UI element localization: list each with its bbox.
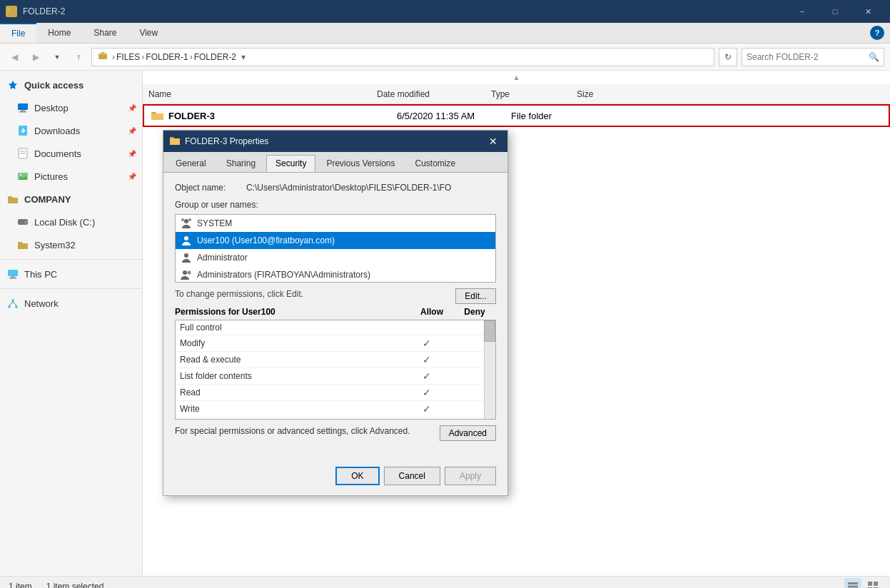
path-folder2[interactable]: FOLDER-2	[194, 52, 236, 62]
item-count: 1 item	[9, 582, 32, 589]
svg-marker-4	[9, 81, 17, 89]
perm-read-execute-check: ✓	[423, 354, 431, 365]
sidebar-item-downloads[interactable]: Downloads 📌	[0, 119, 142, 142]
search-input[interactable]	[747, 52, 869, 62]
user-row-user100[interactable]: User100 (User100@firatboyan.com)	[176, 232, 495, 249]
tab-home[interactable]: Home	[36, 23, 82, 43]
perm-modify: Modify	[180, 338, 405, 348]
svg-marker-3	[98, 51, 108, 55]
svg-point-17	[25, 221, 27, 223]
company-label: COMPANY	[24, 194, 71, 205]
dtab-previous-versions[interactable]: Previous Versions	[317, 155, 404, 172]
sidebar-item-network[interactable]: Network	[0, 292, 142, 315]
maximize-button[interactable]: □	[819, 0, 851, 23]
address-dropdown[interactable]: ▾	[236, 52, 251, 62]
permissions-table: Full control Modify ✓ Read & execute ✓ L…	[175, 320, 496, 420]
user-list[interactable]: SYSTEM User100 (User100@firatboyan.com) …	[175, 214, 496, 283]
svg-point-37	[184, 253, 188, 258]
svg-rect-19	[11, 276, 15, 278]
dtab-security[interactable]: Security	[266, 155, 315, 172]
refresh-button[interactable]: ↻	[719, 48, 737, 66]
user-row-administrator[interactable]: Administrator	[176, 249, 495, 266]
selected-count: 1 item selected	[46, 582, 104, 589]
path-home-icon	[98, 51, 108, 63]
folder3-icon	[150, 108, 164, 123]
perm-row-read: Read ✓	[176, 385, 495, 401]
window-close-button[interactable]: ✕	[851, 0, 884, 23]
svg-point-23	[15, 305, 18, 308]
col-type-header: Type	[491, 89, 577, 99]
perm-list-folder: List folder contents	[180, 371, 405, 381]
system32-label: System32	[34, 240, 76, 250]
ribbon-tabs: File Home Share View ?	[0, 23, 890, 43]
perm-list-folder-allow: ✓	[405, 370, 448, 382]
dtab-sharing[interactable]: Sharing	[217, 155, 265, 172]
advanced-button[interactable]: Advanced	[440, 425, 496, 441]
dialog-close-button[interactable]: ✕	[485, 133, 502, 150]
permissions-scrollbar[interactable]	[484, 320, 495, 419]
svg-point-22	[8, 305, 11, 308]
svg-rect-29	[868, 582, 872, 586]
sidebar-item-local-disk[interactable]: Local Disk (C:)	[0, 211, 142, 233]
dialog-content: Object name: C:\Users\Administrator\Desk…	[163, 173, 507, 461]
edit-button[interactable]: Edit...	[455, 288, 496, 304]
perm-row-read-execute: Read & execute ✓	[176, 352, 495, 368]
tab-view[interactable]: View	[128, 23, 169, 43]
folder3-name: FOLDER-3	[168, 111, 397, 121]
properties-dialog: FOLDER-3 Properties ✕ General Sharing Se…	[163, 130, 508, 496]
path-folder1[interactable]: FOLDER-1	[146, 52, 188, 62]
perm-read-check: ✓	[423, 387, 431, 398]
svg-rect-5	[18, 103, 28, 110]
search-icon: 🔍	[869, 52, 879, 62]
sidebar-item-desktop[interactable]: Desktop 📌	[0, 96, 142, 119]
advanced-info: For special permissions or advanced sett…	[175, 425, 440, 437]
svg-rect-18	[8, 270, 18, 276]
user-row-system[interactable]: SYSTEM	[176, 215, 495, 232]
user-row-administrators[interactable]: Administrators (FIRATBOYAN\Administrator…	[176, 266, 495, 283]
administrator-name: Administrator	[197, 253, 248, 263]
apply-button[interactable]: Apply	[445, 467, 496, 485]
search-box[interactable]: 🔍	[742, 48, 884, 66]
svg-rect-20	[9, 278, 16, 279]
address-bar[interactable]: › FILES › FOLDER-1 › FOLDER-2 ▾	[91, 48, 714, 66]
tab-file[interactable]: File	[0, 23, 36, 43]
help-button[interactable]: ?	[870, 26, 884, 40]
minimize-button[interactable]: −	[786, 0, 819, 23]
folder3-type: File folder	[511, 111, 597, 121]
quick-access-label: Quick access	[24, 80, 84, 91]
titlebar: FOLDER-2 − □ ✕	[0, 0, 890, 23]
sidebar-item-quick-access[interactable]: Quick access	[0, 74, 142, 96]
cancel-button[interactable]: Cancel	[384, 467, 440, 485]
svg-line-24	[9, 302, 13, 305]
sidebar-item-pictures[interactable]: Pictures 📌	[0, 165, 142, 188]
permissions-edit-row: Edit... To change permissions, click Edi…	[175, 288, 496, 307]
file-row-folder3[interactable]: FOLDER-3 6/5/2020 11:35 AM File folder	[143, 104, 890, 127]
path-files[interactable]: FILES	[116, 52, 140, 62]
up-button[interactable]: ↑	[70, 49, 87, 66]
ok-button[interactable]: OK	[335, 467, 379, 485]
sidebar-item-documents[interactable]: Documents 📌	[0, 142, 142, 165]
permissions-scrollbar-thumb[interactable]	[484, 320, 495, 342]
administrators-name: Administrators (FIRATBOYAN\Administrator…	[197, 270, 370, 280]
local-disk-icon	[16, 215, 30, 229]
sidebar-item-company[interactable]: COMPANY	[0, 188, 142, 211]
details-view-button[interactable]	[844, 578, 861, 589]
dtab-customize[interactable]: Customize	[405, 155, 465, 172]
dtab-general[interactable]: General	[166, 155, 216, 172]
back-button[interactable]: ◀	[6, 49, 23, 66]
perm-row-modify: Modify ✓	[176, 335, 495, 352]
sidebar-item-system32[interactable]: System32	[0, 233, 142, 256]
perm-modify-check: ✓	[423, 338, 431, 349]
sidebar-item-this-pc[interactable]: This PC	[0, 263, 142, 285]
perm-read-allow: ✓	[405, 387, 448, 398]
forward-button[interactable]: ▶	[27, 49, 44, 66]
tab-share[interactable]: Share	[82, 23, 128, 43]
large-icons-view-button[interactable]	[864, 578, 881, 589]
recent-locations-button[interactable]: ▼	[49, 49, 66, 66]
perm-read: Read	[180, 387, 405, 397]
dialog-tabs: General Sharing Security Previous Versio…	[163, 152, 507, 173]
dialog-footer: OK Cancel Apply	[163, 461, 507, 495]
perm-write: Write	[180, 404, 405, 414]
titlebar-app-icons	[6, 6, 17, 17]
documents-label: Documents	[34, 148, 81, 159]
